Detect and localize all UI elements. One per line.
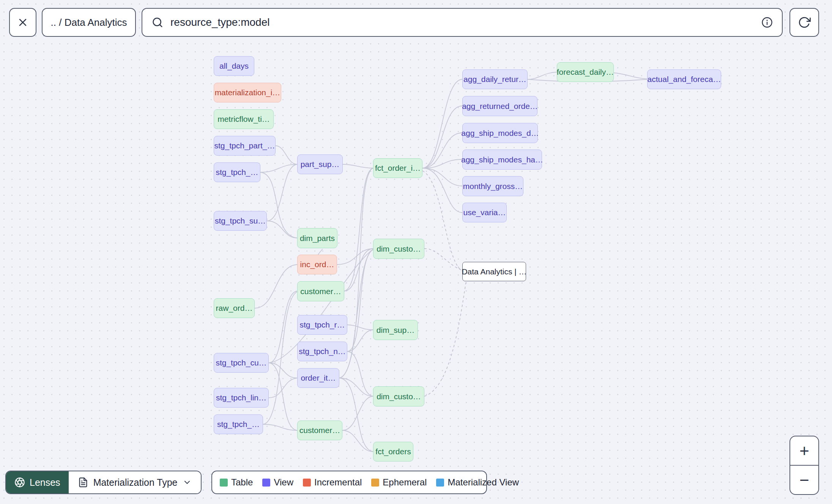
lineage-edge — [342, 430, 373, 452]
graph-node-agg-ship-modes-ha[interactable]: agg_ship_modes_ha… — [462, 150, 542, 170]
lineage-edge — [422, 79, 462, 168]
lineage-edge — [347, 325, 373, 330]
lineage-edge — [267, 164, 297, 221]
lineage-edge — [263, 424, 297, 430]
graph-node-fct-order-i[interactable]: fct_order_i… — [373, 158, 422, 178]
aperture-icon — [14, 477, 25, 488]
lineage-edge — [318, 249, 323, 255]
lineage-edge — [276, 146, 297, 164]
lineage-edge — [269, 363, 297, 378]
graph-node-stg-tpch-n[interactable]: stg_tpch_n… — [297, 342, 347, 361]
legend-item-incremental: Incremental — [303, 477, 362, 488]
lineage-edge — [339, 378, 373, 396]
legend-label: Incremental — [314, 477, 362, 488]
legend-swatch — [220, 479, 228, 487]
x-icon — [17, 16, 29, 28]
lineage-edge — [339, 378, 373, 452]
lineage-canvas[interactable]: all_daysmaterialization_i…metricflow_ti…… — [0, 0, 832, 504]
graph-node-use-varia[interactable]: use_varia… — [462, 203, 507, 222]
refresh-button[interactable] — [789, 8, 819, 37]
legend-swatch — [436, 479, 444, 487]
graph-node-customer-a[interactable]: customer… — [297, 281, 344, 301]
lineage-edge — [343, 164, 373, 168]
graph-node-agg-returned-orde[interactable]: agg_returned_orde… — [462, 96, 537, 116]
legend-item-materialized-view: Materialized View — [436, 477, 519, 488]
legend-item-ephemeral: Ephemeral — [371, 477, 427, 488]
graph-node-actual-and-foreca[interactable]: actual_and_foreca… — [647, 69, 721, 89]
info-icon[interactable] — [761, 17, 773, 28]
lineage-edge — [337, 249, 373, 265]
lineage-edge-dashed — [424, 249, 462, 270]
legend-item-table: Table — [220, 477, 253, 488]
lineage-edge-dashed — [422, 171, 462, 271]
graph-node-part-sup[interactable]: part_sup… — [297, 154, 343, 174]
graph-node-monthly-gross[interactable]: monthly_gross… — [462, 176, 523, 196]
graph-node-dim-custo-a[interactable]: dim_custo… — [373, 239, 424, 259]
graph-node-order-it[interactable]: order_it… — [297, 368, 339, 388]
lineage-edge — [422, 133, 462, 168]
graph-node-materialization-i[interactable]: materialization_i… — [214, 83, 281, 102]
lenses-bar: Lenses Materialization Type — [5, 471, 202, 494]
lineage-edge — [422, 106, 462, 168]
legend-swatch — [262, 479, 270, 487]
zoom-in-button[interactable]: + — [790, 436, 818, 466]
graph-node-inc-ord[interactable]: inc_ord… — [297, 255, 337, 274]
legend-swatch — [303, 479, 311, 487]
lineage-edge — [347, 330, 373, 351]
graph-node-raw-ord[interactable]: raw_ord… — [214, 298, 255, 318]
graph-node-metricflow-ti[interactable]: metricflow_ti… — [214, 109, 274, 129]
lineage-edge — [255, 265, 297, 308]
graph-node-stg-tpch-b[interactable]: stg_tpch_… — [214, 414, 263, 434]
lineage-edge — [260, 164, 297, 172]
lenses-label: Lenses — [30, 477, 60, 488]
legend-item-view: View — [262, 477, 293, 488]
legend-label: Ephemeral — [383, 477, 427, 488]
document-icon — [78, 477, 88, 488]
close-button[interactable] — [9, 8, 36, 37]
lineage-edge — [422, 168, 462, 213]
graph-node-fct-orders[interactable]: fct_orders — [373, 442, 413, 461]
lineage-edge — [344, 168, 373, 291]
graph-node-customer-b[interactable]: customer… — [297, 421, 342, 440]
graph-node-dim-sup[interactable]: dim_sup… — [373, 320, 418, 340]
graph-node-all_days[interactable]: all_days — [214, 56, 254, 76]
graph-node-dim-parts[interactable]: dim_parts — [297, 228, 337, 248]
lens-selector-label: Materialization Type — [93, 477, 178, 488]
lineage-edge — [342, 396, 373, 430]
graph-node-stg-tpch-lin[interactable]: stg_tpch_lin… — [214, 388, 269, 408]
materialization-legend: TableViewIncrementalEphemeralMaterialize… — [211, 471, 487, 494]
lineage-edge — [528, 72, 557, 79]
lineage-edge — [422, 159, 462, 168]
lineage-edge — [347, 249, 373, 351]
lineage-edge — [344, 249, 373, 291]
breadcrumb-label: .. / Data Analytics — [51, 17, 127, 28]
lineage-edge-dashed — [424, 281, 466, 396]
search-input[interactable] — [170, 16, 755, 28]
zoom-out-button[interactable]: − — [790, 466, 818, 494]
breadcrumb[interactable]: .. / Data Analytics — [42, 8, 136, 37]
legend-swatch — [371, 479, 379, 487]
legend-label: Materialized View — [448, 477, 519, 488]
lens-type-select[interactable]: Materialization Type — [69, 471, 201, 493]
graph-node-stg-tpch-su[interactable]: stg_tpch_su… — [214, 211, 267, 231]
lineage-edge — [269, 291, 297, 363]
legend-label: View — [274, 477, 293, 488]
graph-node-agg-daily-retur[interactable]: agg_daily_retur… — [462, 69, 528, 89]
lineage-edge — [422, 168, 462, 186]
legend-label: Table — [231, 477, 253, 488]
graph-node-stg-tpch-cu[interactable]: stg_tpch_cu… — [214, 353, 269, 373]
graph-node-dim-custo-b[interactable]: dim_custo… — [373, 386, 424, 406]
lineage-edge — [267, 221, 297, 238]
lineage-edge — [269, 378, 297, 398]
graph-node-stg-tpch-r[interactable]: stg_tpch_r… — [297, 315, 347, 335]
zoom-controls: + − — [789, 436, 819, 495]
chevron-down-icon — [183, 478, 192, 487]
graph-node-stg-tpch-a[interactable]: stg_tpch_… — [214, 162, 260, 182]
graph-node-agg-ship-modes-d[interactable]: agg_ship_modes_d… — [462, 123, 538, 143]
lineage-edge — [614, 73, 647, 79]
graph-node-exposure-data-analytics[interactable]: Data Analytics | … — [462, 262, 526, 281]
search-bar[interactable] — [142, 8, 783, 37]
lenses-button[interactable]: Lenses — [6, 471, 69, 493]
graph-node-stg-tpch-part[interactable]: stg_tpch_part_… — [214, 136, 276, 156]
graph-node-forecast-daily[interactable]: forecast_daily… — [557, 62, 614, 82]
